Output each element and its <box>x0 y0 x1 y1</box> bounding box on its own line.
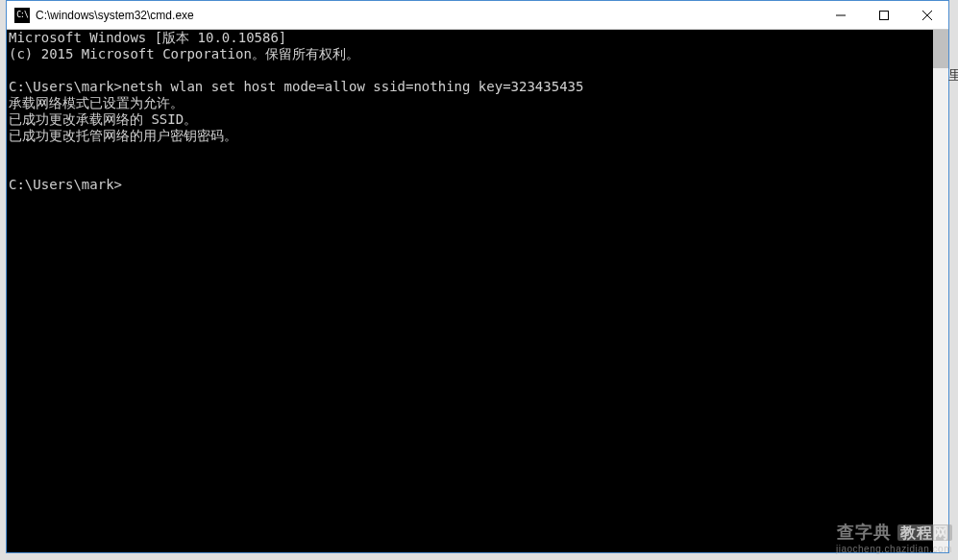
terminal-area: Microsoft Windows [版本 10.0.10586] (c) 20… <box>7 30 948 552</box>
window-controls <box>819 1 948 29</box>
scroll-thumb[interactable] <box>933 30 948 68</box>
cmd-window: C:\ C:\windows\system32\cmd.exe Microsof… <box>6 0 949 553</box>
vertical-scrollbar[interactable] <box>933 30 948 552</box>
close-button[interactable] <box>905 1 948 29</box>
cropped-text: 里 <box>948 67 958 85</box>
minimize-button[interactable] <box>819 1 862 29</box>
svg-rect-1 <box>879 11 888 19</box>
terminal-output[interactable]: Microsoft Windows [版本 10.0.10586] (c) 20… <box>7 30 933 552</box>
cmd-icon: C:\ <box>14 8 30 23</box>
window-title: C:\windows\system32\cmd.exe <box>36 9 819 22</box>
titlebar[interactable]: C:\ C:\windows\system32\cmd.exe <box>7 1 948 30</box>
maximize-button[interactable] <box>862 1 905 29</box>
